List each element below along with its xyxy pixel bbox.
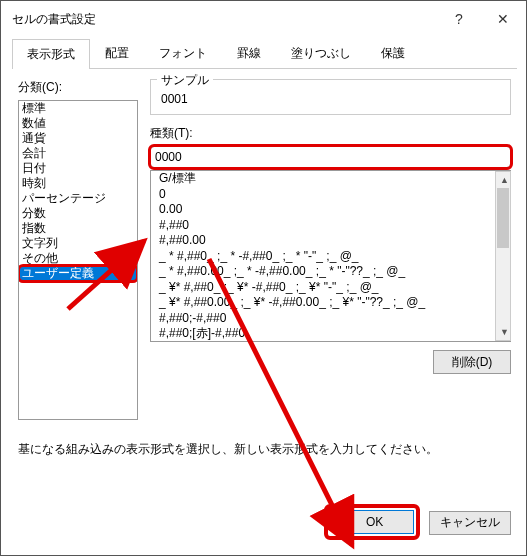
- category-label: 分類(C):: [18, 79, 138, 96]
- format-item[interactable]: #,##0;[赤]-#,##0: [155, 326, 491, 341]
- category-item[interactable]: 標準: [19, 101, 137, 116]
- hint-text: 基になる組み込みの表示形式を選択し、新しい表示形式を入力してください。: [18, 435, 511, 458]
- tab-border[interactable]: 罫線: [222, 38, 276, 68]
- titlebar: セルの書式設定 ? ✕: [4, 4, 525, 34]
- cancel-button[interactable]: キャンセル: [429, 511, 511, 535]
- type-label: 種類(T):: [150, 125, 511, 142]
- format-item[interactable]: #,##0: [155, 218, 491, 234]
- sample-label: サンプル: [157, 72, 213, 89]
- close-button[interactable]: ✕: [481, 4, 525, 34]
- format-list-scrollbar[interactable]: ▲ ▼: [495, 171, 511, 341]
- type-input[interactable]: [150, 146, 511, 168]
- tab-font[interactable]: フォント: [144, 38, 222, 68]
- category-item[interactable]: 日付: [19, 161, 137, 176]
- format-list[interactable]: G/標準00.00#,##0#,##0.00_ * #,##0_ ;_ * -#…: [150, 170, 511, 342]
- ok-button[interactable]: OK: [336, 510, 414, 534]
- tab-strip: 表示形式 配置 フォント 罫線 塗りつぶし 保護: [12, 38, 517, 69]
- help-button[interactable]: ?: [437, 4, 481, 34]
- format-item[interactable]: 0: [155, 187, 491, 203]
- category-item[interactable]: パーセンテージ: [19, 191, 137, 206]
- category-listbox[interactable]: 標準数値通貨会計日付時刻パーセンテージ分数指数文字列その他ユーザー定義: [18, 100, 138, 420]
- tab-number-format[interactable]: 表示形式: [12, 39, 90, 69]
- scroll-down-icon[interactable]: ▼: [496, 324, 510, 340]
- category-item[interactable]: 時刻: [19, 176, 137, 191]
- category-item[interactable]: 数値: [19, 116, 137, 131]
- category-item[interactable]: 通貨: [19, 131, 137, 146]
- scroll-up-icon[interactable]: ▲: [496, 172, 510, 188]
- tab-fill[interactable]: 塗りつぶし: [276, 38, 366, 68]
- dialog-footer: OK キャンセル: [4, 490, 525, 554]
- scrollbar-thumb[interactable]: [497, 188, 509, 248]
- window-title: セルの書式設定: [12, 11, 437, 28]
- tab-alignment[interactable]: 配置: [90, 38, 144, 68]
- category-item[interactable]: ユーザー定義: [19, 266, 137, 281]
- format-item[interactable]: _ * #,##0.00_ ;_ * -#,##0.00_ ;_ * "-"??…: [155, 264, 491, 280]
- category-item[interactable]: 文字列: [19, 236, 137, 251]
- tab-protection[interactable]: 保護: [366, 38, 420, 68]
- category-item[interactable]: 指数: [19, 221, 137, 236]
- format-item[interactable]: 0.00: [155, 202, 491, 218]
- category-item[interactable]: その他: [19, 251, 137, 266]
- sample-box: サンプル 0001: [150, 79, 511, 115]
- format-item[interactable]: #,##0.00: [155, 233, 491, 249]
- category-item[interactable]: 分数: [19, 206, 137, 221]
- delete-button[interactable]: 削除(D): [433, 350, 511, 374]
- format-item[interactable]: #,##0;-#,##0: [155, 311, 491, 327]
- category-item[interactable]: 会計: [19, 146, 137, 161]
- format-item[interactable]: _ ¥* #,##0.00_ ;_ ¥* -#,##0.00_ ;_ ¥* "-…: [155, 295, 491, 311]
- format-item[interactable]: _ * #,##0_ ;_ * -#,##0_ ;_ * "-"_ ;_ @_: [155, 249, 491, 265]
- format-item[interactable]: _ ¥* #,##0_ ;_ ¥* -#,##0_ ;_ ¥* "-"_ ;_ …: [155, 280, 491, 296]
- sample-value: 0001: [161, 92, 500, 106]
- format-item[interactable]: G/標準: [155, 171, 491, 187]
